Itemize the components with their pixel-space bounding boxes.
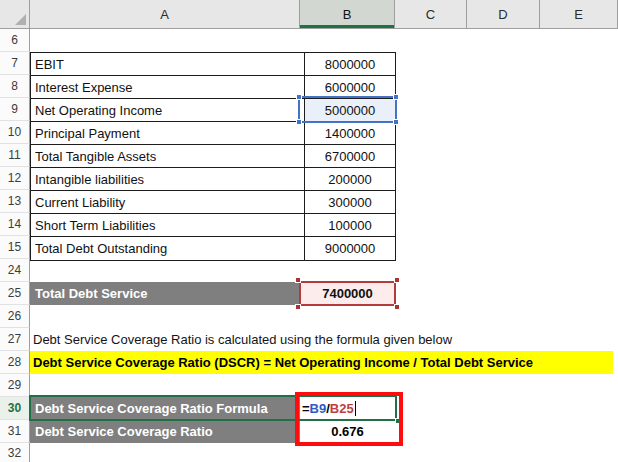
cell-a12[interactable]: Intangible liabilities <box>31 168 305 190</box>
formula-equals: = <box>302 401 310 416</box>
column-header-a[interactable]: A <box>30 0 300 29</box>
dscr-formula-banner[interactable]: Debt Service Coverage Ratio (DSCR) = Net… <box>30 351 613 374</box>
cell-b9-selected[interactable]: 5000000 <box>305 99 395 121</box>
row-header-14[interactable]: 14 <box>0 213 30 236</box>
cell-a10[interactable]: Principal Payment <box>31 122 305 144</box>
select-all-triangle-icon <box>15 14 26 25</box>
row-header-26[interactable]: 26 <box>0 305 30 328</box>
cell-b14[interactable]: 100000 <box>305 214 395 236</box>
cell-a14[interactable]: Short Term Liabilities <box>31 214 305 236</box>
table-row: Total Tangible Assets6700000 <box>31 145 395 168</box>
select-all-corner[interactable] <box>0 0 30 29</box>
row-header-12[interactable]: 12 <box>0 167 30 190</box>
formula-ref-b9: B9 <box>310 401 327 416</box>
row-header-8[interactable]: 8 <box>0 75 30 98</box>
row-header-31[interactable]: 31 <box>0 420 30 443</box>
row-header-10[interactable]: 10 <box>0 121 30 144</box>
table-row: EBIT8000000 <box>31 53 395 76</box>
table-row: Total Debt Outstanding9000000 <box>31 237 395 260</box>
formula-ref-b25: B25 <box>330 401 354 416</box>
cell-b25-total-debt-service-value[interactable]: 7400000 <box>299 281 396 306</box>
cell-a15[interactable]: Total Debt Outstanding <box>31 237 305 260</box>
cell-a13[interactable]: Current Liability <box>31 191 305 213</box>
row-header-27[interactable]: 27 <box>0 328 30 351</box>
table-row: Principal Payment1400000 <box>31 122 395 145</box>
cell-a7[interactable]: EBIT <box>31 53 305 75</box>
spreadsheet: A B C D E 6 7 8 9 10 11 12 13 14 15 24 2… <box>0 0 618 462</box>
table-row: Current Liability300000 <box>31 191 395 214</box>
row-header-9[interactable]: 9 <box>0 98 30 121</box>
fill-handle[interactable] <box>395 418 401 424</box>
cell-b15[interactable]: 9000000 <box>305 237 395 260</box>
cell-a11[interactable]: Total Tangible Assets <box>31 145 305 167</box>
column-header-d[interactable]: D <box>467 0 540 29</box>
row-header-13[interactable]: 13 <box>0 190 30 213</box>
table-row: Net Operating Income5000000 <box>31 99 395 122</box>
cell-b7[interactable]: 8000000 <box>305 53 395 75</box>
row-header-24[interactable]: 24 <box>0 259 30 282</box>
row-header-29[interactable]: 29 <box>0 374 30 397</box>
row-header-15[interactable]: 15 <box>0 236 30 259</box>
data-table: EBIT8000000 Interest Expense6000000 Net … <box>30 52 396 261</box>
row-header-7[interactable]: 7 <box>0 52 30 75</box>
row-header-11[interactable]: 11 <box>0 144 30 167</box>
note-text[interactable]: Debt Service Coverage Ratio is calculate… <box>33 328 615 351</box>
row-header-28[interactable]: 28 <box>0 351 30 374</box>
cell-b13[interactable]: 300000 <box>305 191 395 213</box>
cell-b31-dscr-value[interactable]: 0.676 <box>300 420 395 443</box>
cell-a9[interactable]: Net Operating Income <box>31 99 305 121</box>
column-header-c[interactable]: C <box>395 0 467 29</box>
table-row: Short Term Liabilities100000 <box>31 214 395 237</box>
table-row: Interest Expense6000000 <box>31 76 395 99</box>
row-header-32[interactable]: 32 <box>0 443 30 462</box>
column-header-e[interactable]: E <box>540 0 618 29</box>
row-header-25[interactable]: 25 <box>0 282 30 305</box>
cell-a31-dscr-label[interactable]: Debt Service Coverage Ratio <box>30 420 300 443</box>
cell-b10[interactable]: 1400000 <box>305 122 395 144</box>
cell-b12[interactable]: 200000 <box>305 168 395 190</box>
cell-b8[interactable]: 6000000 <box>305 76 395 98</box>
row-header-30-active[interactable]: 30 <box>0 397 30 420</box>
cell-b30-formula-edit[interactable]: =B9/B25 <box>300 397 395 420</box>
table-row: Intangible liabilities200000 <box>31 168 395 191</box>
cell-a25-total-debt-service-label[interactable]: Total Debt Service <box>30 282 300 305</box>
cell-a8[interactable]: Interest Expense <box>31 76 305 98</box>
column-header-b-selected[interactable]: B <box>300 0 395 29</box>
cell-a30-dscr-formula-label[interactable]: Debt Service Coverage Ratio Formula <box>30 397 300 420</box>
row-header-6[interactable]: 6 <box>0 29 30 52</box>
text-cursor <box>355 401 356 416</box>
cell-b11[interactable]: 6700000 <box>305 145 395 167</box>
